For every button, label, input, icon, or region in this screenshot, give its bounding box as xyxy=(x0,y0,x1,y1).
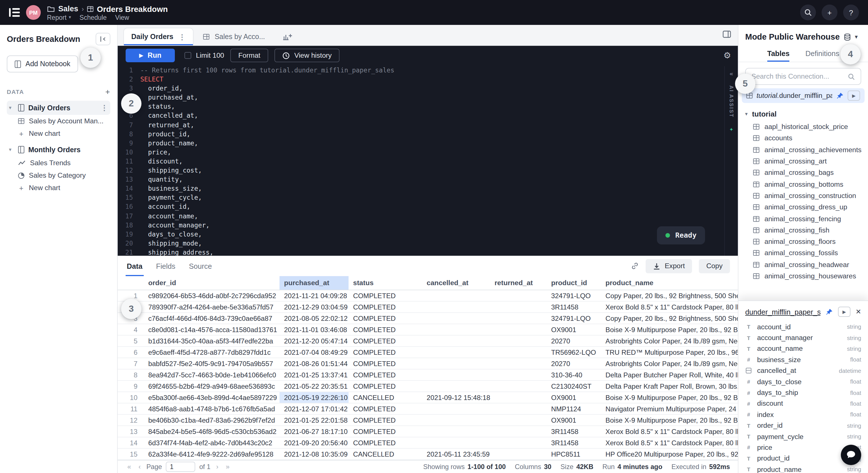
list-item-table[interactable]: animal_crossing_dress_up xyxy=(738,201,868,213)
list-item-table[interactable]: animal_crossing_fossils xyxy=(738,248,868,259)
column-header-product-id[interactable]: product_id xyxy=(547,276,601,290)
connection-search-box[interactable] xyxy=(745,68,861,85)
new-button[interactable]: + xyxy=(822,4,837,20)
menu-report[interactable]: Report ▾ xyxy=(47,14,71,21)
chat-launcher-button[interactable] xyxy=(841,445,861,465)
tab-data[interactable]: Data xyxy=(126,256,144,276)
list-item-field[interactable]: order_id string xyxy=(738,420,868,431)
run-table-query-button[interactable]: ▶ xyxy=(848,91,860,101)
sql-code[interactable]: 1 -- Returns first 100 rows from tutoria… xyxy=(118,66,724,256)
list-item-field[interactable]: product_name string xyxy=(738,464,868,473)
table-row[interactable]: 9 69f24655-b2b6-4f29-a949-68aee536893c 2… xyxy=(118,381,738,392)
tab-daily-orders[interactable]: Daily Orders ⋮ xyxy=(123,28,194,45)
caret-down-icon[interactable]: ▾ xyxy=(745,112,747,117)
list-item-table[interactable]: animal_crossing_housewares xyxy=(738,271,868,282)
list-item-field[interactable]: discount float xyxy=(738,398,868,409)
list-item-table[interactable]: aapl_historical_stock_price xyxy=(738,121,868,133)
table-row[interactable]: 2 789390f7-a2f4-4264-aebe-5e336a57fd57 2… xyxy=(118,302,738,313)
column-header-status[interactable]: status xyxy=(348,276,422,290)
next-page-icon[interactable]: › xyxy=(214,463,220,471)
list-item-field[interactable]: account_id string xyxy=(738,321,868,333)
collapse-sidebar-button[interactable] xyxy=(96,33,110,45)
add-chart-tab-button[interactable] xyxy=(275,28,301,45)
close-icon[interactable]: ✕ xyxy=(856,308,861,316)
tab-fields[interactable]: Fields xyxy=(155,256,177,276)
list-item-table[interactable]: animal_crossing_bottoms xyxy=(738,179,868,190)
column-header-cancelled-at[interactable]: cancelled_at xyxy=(422,276,490,290)
column-header-order-id[interactable]: order_id xyxy=(144,276,280,290)
editor-settings-gear-icon[interactable]: ⚙ xyxy=(723,50,731,61)
column-header-product-name[interactable]: product_name xyxy=(601,276,738,290)
table-row[interactable]: 8 8ea942d7-5cc7-4663-b0de-1eb41066efc0 2… xyxy=(118,370,738,381)
list-item-table[interactable]: animal_crossing_floors xyxy=(738,236,868,248)
new-chart-button-daily[interactable]: + New chart xyxy=(18,127,110,140)
table-row[interactable]: 12 be406b30-c1ba-4ed7-83a6-2962b9f7ef2d … xyxy=(118,415,738,426)
workspace-link[interactable]: Sales xyxy=(58,4,79,13)
previous-page-icon[interactable]: ‹ xyxy=(137,463,142,471)
list-item-field[interactable]: payment_cycle string xyxy=(738,431,868,442)
sidebar-item-sales-by-category[interactable]: Sales by Category xyxy=(18,169,110,182)
tab-sales-by-account[interactable]: Sales by Acco... xyxy=(195,28,273,45)
kebab-menu-icon[interactable]: ⋮ xyxy=(101,103,108,112)
mode-logo[interactable] xyxy=(9,8,20,17)
pin-icon[interactable] xyxy=(826,308,833,315)
list-item-table[interactable]: animal_crossing_art xyxy=(738,156,868,167)
list-item-field[interactable]: business_size float xyxy=(738,354,868,365)
tab-tables[interactable]: Tables xyxy=(767,45,789,62)
list-item-field[interactable]: index float xyxy=(738,409,868,420)
table-row[interactable]: 10 e5ba300f-ae66-43eb-899d-4c4ae5897229 … xyxy=(118,392,738,403)
list-item-field[interactable]: days_to_close float xyxy=(738,376,868,387)
tab-definitions[interactable]: Definitions xyxy=(805,45,839,62)
view-history-button[interactable]: View history xyxy=(274,49,340,62)
pinned-table-dunder-mifflin[interactable]: tutorial.dunder_mifflin_paper_sales ▶ xyxy=(742,88,865,103)
new-chart-button-monthly[interactable]: + New chart xyxy=(18,182,110,194)
limit-checkbox[interactable] xyxy=(184,52,191,59)
connection-selector[interactable]: Mode Public Warehouse ▾ xyxy=(738,25,868,45)
sidebar-item-sales-by-account-manager[interactable]: Sales by Account Man... xyxy=(18,115,110,127)
add-notebook-button[interactable]: Add Notebook xyxy=(7,56,78,72)
list-item-table[interactable]: animal_crossing_achievements xyxy=(738,144,868,156)
table-row[interactable]: 6 e9c6aeff-4f5d-4728-a877-7db8297fdd1c 2… xyxy=(118,347,738,358)
sidebar-item-daily-orders[interactable]: ▾ Daily Orders ⋮ xyxy=(7,101,110,115)
list-item-field[interactable]: account_manager string xyxy=(738,333,868,343)
sidebar-item-monthly-orders[interactable]: ▾ Monthly Orders xyxy=(7,143,110,157)
format-button[interactable]: Format xyxy=(230,49,268,62)
list-item-table[interactable]: animal_crossing_fencing xyxy=(738,213,868,225)
copy-button[interactable]: Copy xyxy=(699,259,730,273)
run-button[interactable]: ▶ Run xyxy=(126,49,175,62)
add-data-icon[interactable]: + xyxy=(105,87,110,96)
tab-source[interactable]: Source xyxy=(188,256,213,276)
table-row[interactable]: 1 c9892064-6b53-46dd-a0bf-2c7296cda952 2… xyxy=(118,290,738,302)
table-row[interactable]: 14 6d374f74-f4ab-4ef2-ab4c-7d0b443c20c2 … xyxy=(118,437,738,449)
help-button[interactable]: ? xyxy=(843,4,859,20)
first-page-icon[interactable]: « xyxy=(126,463,133,471)
list-item-table[interactable]: animal_crossing_bags xyxy=(738,167,868,179)
table-row[interactable]: 13 845abe24-b5e5-46f8-96d5-c530cb536ad2 … xyxy=(118,426,738,437)
caret-down-icon[interactable]: ▾ xyxy=(9,147,14,152)
list-item-table[interactable]: animal_crossing_construction xyxy=(738,190,868,202)
list-item-table[interactable]: animal_crossing_fish xyxy=(738,224,868,236)
search-button[interactable] xyxy=(800,4,816,20)
table-row[interactable]: 3 c76acf4f-466d-4f06-84d3-739c0ae66a87 2… xyxy=(118,313,738,324)
pin-icon[interactable] xyxy=(836,92,844,99)
sql-code-area[interactable]: 1 -- Returns first 100 rows from tutoria… xyxy=(118,65,738,256)
run-table-query-button[interactable]: ▶ xyxy=(838,307,850,317)
export-button[interactable]: Export xyxy=(645,259,692,273)
schema-table-link[interactable]: dunder_mifflin_paper_s... xyxy=(745,308,820,316)
menu-schedule[interactable]: Schedule xyxy=(80,14,107,21)
list-item-field[interactable]: cancelled_at datetime xyxy=(738,365,868,376)
list-item-table[interactable]: animal_crossing_headwear xyxy=(738,259,868,271)
list-item-table[interactable]: accounts xyxy=(738,133,868,144)
column-header-returned-at[interactable]: returned_at xyxy=(490,276,547,290)
avatar[interactable]: PM xyxy=(26,5,41,20)
menu-view[interactable]: View xyxy=(115,14,129,21)
caret-down-icon[interactable]: ▾ xyxy=(9,105,14,110)
search-input[interactable] xyxy=(751,72,843,80)
sidebar-item-sales-trends[interactable]: Sales Trends xyxy=(18,157,110,169)
schema-section-tutorial[interactable]: ▾ tutorial xyxy=(738,104,868,121)
list-item-field[interactable]: account_name string xyxy=(738,343,868,354)
expand-panel-icon[interactable] xyxy=(722,30,731,40)
list-item-field[interactable]: days_to_ship float xyxy=(738,387,868,398)
last-page-icon[interactable]: » xyxy=(224,463,231,471)
table-row[interactable]: 15 62a33f4e-6412-4fe9-9222-2d69afe95128 … xyxy=(118,449,738,460)
